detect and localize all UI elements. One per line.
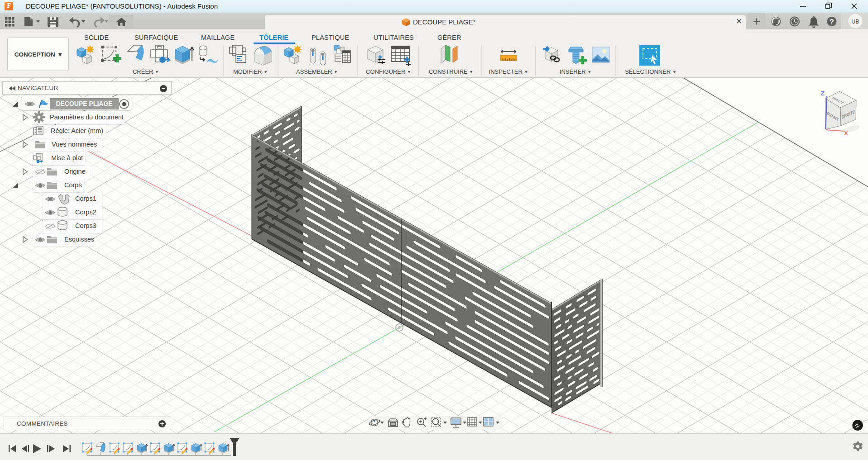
svg-text:X: X (844, 130, 848, 137)
svg-text:Z: Z (820, 89, 825, 97)
svg-text:?: ? (830, 18, 834, 26)
svg-text:UB: UB (851, 19, 859, 25)
